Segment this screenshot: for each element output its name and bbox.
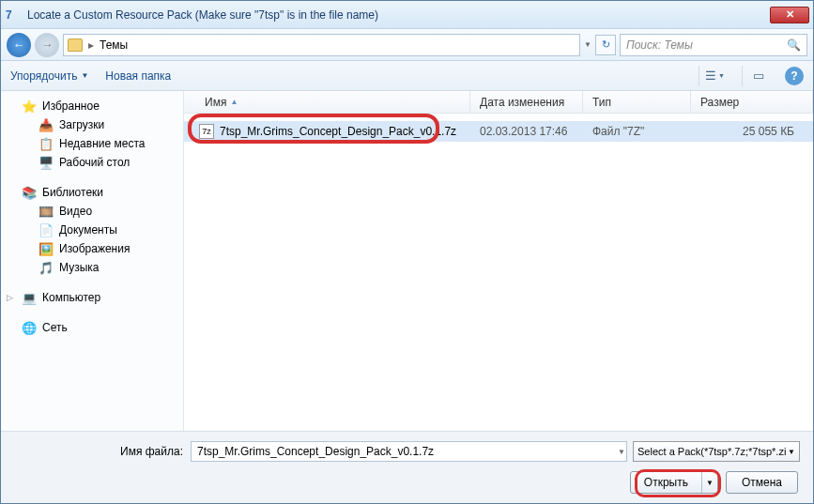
forward-button[interactable]: → [35,33,59,57]
desktop-icon: 🖥️ [38,155,54,170]
sidebar-item-music[interactable]: 🎵Музыка [1,258,183,277]
cancel-button[interactable]: Отмена [726,471,798,494]
downloads-icon: 📥 [38,117,54,132]
sidebar-item-recent[interactable]: 📋Недавние места [1,134,183,153]
breadcrumb[interactable]: ▸ Темы [63,34,580,56]
sidebar: ⭐Избранное 📥Загрузки 📋Недавние места 🖥️Р… [1,91,184,431]
sidebar-item-documents[interactable]: 📄Документы [1,221,183,239]
organize-button[interactable]: Упорядочить ▼ [10,69,88,83]
chevron-down-icon: ▼ [788,448,795,456]
sidebar-item-desktop[interactable]: 🖥️Рабочий стол [1,153,183,172]
file-size: 25 055 КБ [691,125,813,138]
file-name: 7tsp_Mr.Grims_Concept_Design_Pack_v0.1.7… [220,125,456,138]
file-date: 02.03.2013 17:46 [470,125,583,138]
preview-button[interactable]: ▭ [742,66,768,86]
folder-icon [68,38,83,52]
column-date[interactable]: Дата изменения [470,91,583,113]
chevron-down-icon[interactable]: ▼ [702,479,717,487]
new-folder-button[interactable]: Новая папка [105,69,171,83]
filename-input[interactable] [191,441,627,462]
breadcrumb-dropdown[interactable]: ▼ [584,40,591,49]
file-row[interactable]: 7z7tsp_Mr.Grims_Concept_Design_Pack_v0.1… [184,121,813,142]
help-button[interactable]: ? [785,67,804,85]
file-type: Файл "7Z" [583,125,691,138]
search-placeholder: Поиск: Темы [626,38,693,52]
refresh-button[interactable]: ↻ [595,35,616,55]
music-icon: 🎵 [38,260,54,275]
chevron-right-icon: ▸ [88,38,94,52]
window-title: Locate a Custom Resource Pack (Make sure… [27,8,770,22]
documents-icon: 📄 [38,222,54,237]
computer-icon: 💻 [22,290,37,305]
star-icon: ⭐ [22,99,37,114]
breadcrumb-item[interactable]: Темы [100,38,128,52]
recent-icon: 📋 [38,136,54,151]
app-icon: 7 [5,7,22,23]
file-dialog: 7 Locate a Custom Resource Pack (Make su… [0,0,814,504]
titlebar: 7 Locate a Custom Resource Pack (Make su… [1,1,813,29]
svg-text:7: 7 [6,8,12,22]
footer: Имя файла: ▼ Select a Pack(*7tsp*.7z;*7t… [1,431,813,503]
sidebar-item-pictures[interactable]: 🖼️Изображения [1,239,183,258]
sidebar-libraries[interactable]: 📚Библиотеки [1,183,183,202]
pictures-icon: 🖼️ [38,241,54,256]
filename-label: Имя файла: [14,445,183,458]
sort-asc-icon: ▲ [230,98,238,106]
back-button[interactable]: ← [7,33,31,57]
network-icon: 🌐 [22,320,37,335]
expand-icon[interactable]: ▷ [7,293,13,302]
sidebar-item-video[interactable]: 🎞️Видео [1,202,183,221]
file-list[interactable]: 7z7tsp_Mr.Grims_Concept_Design_Pack_v0.1… [184,114,813,431]
file-list-pane: Имя▲ Дата изменения Тип Размер 7z7tsp_Mr… [184,91,813,431]
column-size[interactable]: Размер [691,91,813,113]
search-icon: 🔍 [787,38,801,52]
chevron-down-icon: ▼ [81,71,88,80]
open-button[interactable]: Открыть ▼ [630,471,718,494]
search-input[interactable]: Поиск: Темы 🔍 [620,34,807,56]
view-button[interactable]: ☰ ▼ [699,66,725,86]
sidebar-favorites[interactable]: ⭐Избранное [1,97,183,115]
libraries-icon: 📚 [22,185,37,200]
column-name[interactable]: Имя▲ [184,91,470,113]
sidebar-computer[interactable]: ▷💻Компьютер [1,288,183,307]
sidebar-network[interactable]: 🌐Сеть [1,318,183,337]
video-icon: 🎞️ [38,204,54,219]
close-button[interactable]: ✕ [770,7,809,23]
toolbar: Упорядочить ▼ Новая папка ☰ ▼ ▭ ? [1,61,813,91]
nav-bar: ← → ▸ Темы ▼ ↻ Поиск: Темы 🔍 [1,29,813,61]
column-headers: Имя▲ Дата изменения Тип Размер [184,91,813,114]
column-type[interactable]: Тип [583,91,691,113]
sidebar-item-downloads[interactable]: 📥Загрузки [1,115,183,134]
file-icon: 7z [199,124,214,139]
filetype-combo[interactable]: Select a Pack(*7tsp*.7z;*7tsp*.zi ▼ [633,441,800,462]
